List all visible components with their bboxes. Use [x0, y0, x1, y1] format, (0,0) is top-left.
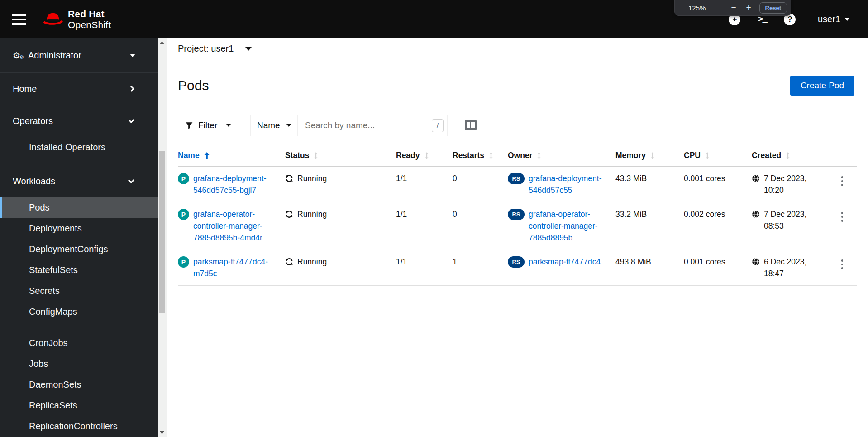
sidebar-item-operators[interactable]: Operators: [0, 105, 158, 137]
sidebar-item-deploymentconfigs[interactable]: DeploymentConfigs: [0, 239, 158, 259]
sort-both-icon[interactable]: [650, 152, 655, 159]
sidebar-item-jobs[interactable]: Jobs: [0, 353, 158, 374]
daemonsets-label: DaemonSets: [29, 379, 81, 390]
name-cell: P grafana-operator-controller-manager-78…: [178, 202, 285, 250]
zoom-out-button[interactable]: −: [731, 3, 736, 13]
status-header-label: Status: [285, 151, 309, 160]
sort-both-icon[interactable]: [705, 152, 710, 159]
perspective-switcher[interactable]: ⚙⚙ Administrator: [0, 38, 158, 73]
pod-badge: P: [178, 209, 189, 220]
sidebar-item-daemonsets[interactable]: DaemonSets: [0, 374, 158, 395]
filter-label: Filter: [198, 120, 217, 130]
nav-toggle-hamburger-icon[interactable]: [12, 14, 26, 25]
sort-both-icon[interactable]: [537, 152, 541, 159]
filter-toolbar: Filter Name /: [178, 115, 854, 136]
user-menu[interactable]: user1: [818, 14, 850, 24]
owner-link[interactable]: grafana-operator-controller-manager-7885…: [529, 208, 610, 244]
caret-down-icon: [130, 54, 135, 57]
sort-both-icon[interactable]: [424, 152, 429, 159]
column-header-status[interactable]: Status: [285, 146, 396, 166]
sidebar-item-cronjobs[interactable]: CronJobs: [0, 332, 158, 353]
sidebar-item-deployments[interactable]: Deployments: [0, 218, 158, 239]
owner-cell: RS grafana-deployment-546dd57c55: [508, 167, 615, 202]
ready-cell: 1/1: [396, 202, 453, 250]
pod-link[interactable]: grafana-deployment-546dd57c55-bgjl7: [193, 173, 280, 196]
sidebar-item-workloads[interactable]: Workloads: [0, 165, 158, 197]
column-header-memory[interactable]: Memory: [615, 146, 684, 166]
sidebar-item-configmaps[interactable]: ConfigMaps: [0, 301, 158, 322]
owner-link[interactable]: grafana-deployment-546dd57c55: [529, 173, 610, 196]
column-header-name[interactable]: Name: [178, 146, 285, 166]
sidebar-item-replicasets[interactable]: ReplicaSets: [0, 395, 158, 416]
sort-both-icon[interactable]: [489, 152, 493, 159]
pods-label: Pods: [29, 202, 50, 213]
sync-running-icon: [285, 174, 293, 182]
column-header-restarts[interactable]: Restarts: [453, 146, 508, 166]
configmaps-label: ConfigMaps: [29, 307, 77, 317]
column-header-owner[interactable]: Owner: [508, 146, 615, 166]
sort-ascending-icon[interactable]: [204, 152, 210, 159]
manage-columns-button[interactable]: [463, 118, 478, 133]
chevron-down-icon: [128, 177, 134, 183]
replicaset-badge: RS: [508, 209, 525, 220]
sort-both-icon[interactable]: [314, 152, 318, 159]
memory-header-label: Memory: [615, 151, 646, 160]
created-text: 6 Dec 2023, 18:47: [764, 256, 818, 279]
status-text: Running: [297, 208, 327, 220]
project-selector-label[interactable]: Project: user1: [178, 43, 234, 54]
create-pod-button[interactable]: Create Pod: [790, 76, 854, 96]
sidebar-item-secrets[interactable]: Secrets: [0, 280, 158, 301]
filter-dropdown[interactable]: Filter: [178, 115, 238, 136]
restarts-cell: 1: [453, 250, 508, 285]
user-name: user1: [818, 14, 840, 24]
jobs-label: Jobs: [29, 359, 48, 369]
sync-running-icon: [285, 210, 293, 218]
scroll-down-arrow-icon[interactable]: [160, 431, 164, 434]
created-cell: 7 Dec 2023, 10:20: [752, 167, 824, 202]
globe-timestamp-icon: [752, 210, 760, 218]
status-cell: Running: [285, 167, 396, 202]
nav-section-home: Home: [0, 73, 158, 105]
deploymentconfigs-label: DeploymentConfigs: [29, 244, 108, 255]
kebab-menu-icon[interactable]: [838, 173, 847, 186]
table-row: P grafana-deployment-546dd57c55-bgjl7 Ru…: [178, 167, 857, 202]
column-header-created[interactable]: Created: [752, 146, 824, 166]
kebab-menu-icon[interactable]: [838, 208, 847, 222]
restarts-header-label: Restarts: [453, 151, 484, 160]
pod-badge: P: [178, 256, 189, 268]
sidebar-item-home[interactable]: Home: [0, 73, 158, 105]
sidebar-item-installed-operators[interactable]: Installed Operators: [0, 137, 158, 158]
zoom-reset-button[interactable]: Reset: [759, 2, 787, 14]
pod-link[interactable]: grafana-operator-controller-manager-7885…: [193, 208, 280, 244]
sync-running-icon: [285, 258, 293, 266]
sidebar-item-pods[interactable]: Pods: [0, 197, 158, 218]
scrollbar[interactable]: [158, 38, 167, 437]
restarts-cell: 0: [453, 167, 508, 202]
kebab-menu-icon[interactable]: [838, 256, 847, 269]
zoom-in-button[interactable]: +: [746, 3, 751, 13]
column-header-cpu[interactable]: CPU: [684, 146, 752, 166]
memory-cell: 493.8 MiB: [615, 250, 684, 285]
secrets-label: Secrets: [29, 286, 60, 296]
sidebar-nav: ⚙⚙ Administrator Home Operators Installe…: [0, 38, 158, 437]
sidebar-item-replicationcontrollers[interactable]: ReplicationControllers: [0, 416, 158, 437]
status-text: Running: [297, 173, 327, 184]
sidebar-item-statefulsets[interactable]: StatefulSets: [0, 259, 158, 280]
table-row: P parksmap-ff7477dc4-m7d5c Running 1/1 1…: [178, 250, 857, 286]
pod-link[interactable]: parksmap-ff7477dc4-m7d5c: [193, 256, 280, 279]
column-header-ready[interactable]: Ready: [396, 146, 453, 166]
owner-link[interactable]: parksmap-ff7477dc4: [529, 256, 601, 268]
scroll-up-arrow-icon[interactable]: [160, 41, 164, 44]
restarts-cell: 0: [453, 202, 508, 250]
status-cell: Running: [285, 202, 396, 250]
installed-operators-label: Installed Operators: [29, 142, 105, 153]
search-input[interactable]: [298, 115, 448, 136]
search-attribute-dropdown[interactable]: Name: [250, 115, 298, 136]
sort-both-icon[interactable]: [786, 152, 790, 159]
caret-down-icon[interactable]: [245, 47, 252, 51]
ready-cell: 1/1: [396, 167, 453, 202]
scrollbar-thumb[interactable]: [159, 151, 165, 313]
caret-down-icon: [286, 124, 291, 127]
status-text: Running: [297, 256, 327, 268]
created-text: 7 Dec 2023, 10:20: [764, 173, 818, 196]
